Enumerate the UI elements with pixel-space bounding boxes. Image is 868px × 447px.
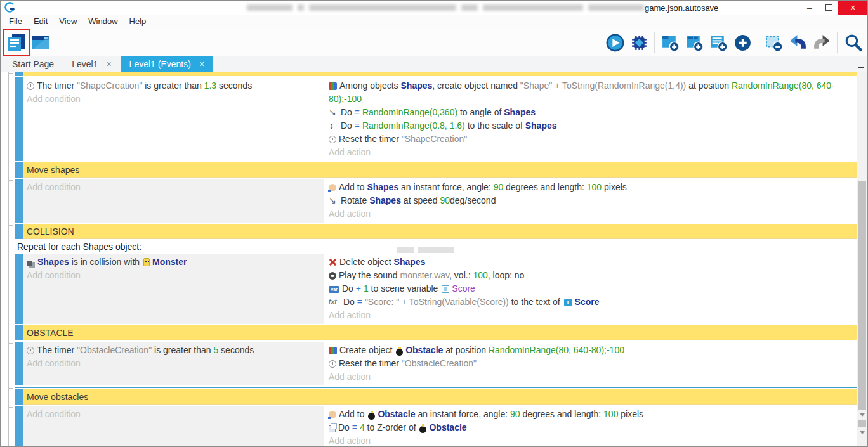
instruction-text: to the text of bbox=[509, 297, 563, 307]
add-subevent-button[interactable] bbox=[683, 31, 706, 54]
close-button[interactable]: × bbox=[838, 1, 867, 15]
add-condition-button[interactable]: Add condition bbox=[27, 181, 324, 194]
action-row[interactable]: Add to Obstacle an instant force, angle:… bbox=[329, 408, 851, 421]
scrollbar-box[interactable] bbox=[858, 420, 866, 427]
scroll-down-arrow-icon[interactable] bbox=[860, 413, 865, 417]
event-handle[interactable] bbox=[15, 224, 23, 239]
event-handle[interactable] bbox=[15, 72, 23, 76]
instruction-text: deg/second bbox=[450, 195, 496, 205]
condition-row[interactable]: Shapes is in collision with Monster bbox=[27, 256, 324, 269]
action-row[interactable]: Add to Shapes an instant force, angle: 9… bbox=[329, 181, 851, 194]
timer-icon bbox=[329, 136, 336, 143]
action-row[interactable]: Play the sound monster.wav, vol.: 100, l… bbox=[329, 269, 851, 282]
delete-event-button[interactable] bbox=[762, 31, 785, 54]
add-condition-button[interactable]: Add condition bbox=[27, 408, 324, 421]
force-icon bbox=[329, 184, 336, 191]
action-row[interactable]: Do = RandomInRange(0,360) to angle of Sh… bbox=[329, 106, 851, 119]
gutter-tick bbox=[8, 225, 13, 226]
blurred-title-text bbox=[461, 4, 478, 11]
comment-event[interactable]: Move shapes bbox=[15, 162, 857, 178]
standard-event[interactable]: Add conditionAdd to Obstacle an instant … bbox=[15, 406, 857, 446]
comment-body: OBSTACLE bbox=[23, 325, 857, 340]
tab-start-page[interactable]: Start Page bbox=[3, 56, 63, 72]
event-handle[interactable] bbox=[15, 325, 23, 340]
instruction-text: , loop: bbox=[488, 270, 515, 280]
scale-icon bbox=[329, 121, 338, 130]
maximize-icon bbox=[825, 4, 832, 11]
add-condition-button[interactable]: Add condition bbox=[27, 93, 324, 106]
standard-event[interactable]: The timer "ObstacleCreation" is greater … bbox=[15, 342, 857, 385]
menu-view[interactable]: View bbox=[53, 15, 82, 29]
gutter-tick bbox=[8, 73, 13, 74]
instruction-text: = bbox=[352, 422, 360, 432]
add-action-button[interactable]: Add action bbox=[329, 146, 851, 159]
add-action-button[interactable]: Add action bbox=[329, 434, 851, 446]
event-handle[interactable] bbox=[15, 254, 23, 324]
timer-icon bbox=[27, 82, 34, 90]
blurred-title-text bbox=[483, 4, 583, 11]
play-button[interactable] bbox=[603, 31, 626, 54]
action-row[interactable]: Do = 4 to Z-order of Obstacle bbox=[329, 421, 851, 434]
comment-event-partial[interactable] bbox=[15, 72, 857, 76]
open-events-editor-button[interactable] bbox=[5, 31, 28, 54]
tab-level1-events-[interactable]: Level1 (Events)× bbox=[121, 56, 213, 72]
action-row[interactable]: Reset the timer "ObstacleCreation" bbox=[329, 357, 851, 370]
undo-button[interactable] bbox=[786, 31, 809, 54]
menu-edit[interactable]: Edit bbox=[28, 15, 53, 29]
comment-body: COLLISION bbox=[23, 224, 857, 239]
toolbar-separator bbox=[654, 32, 655, 53]
comment-event[interactable]: Move obstacles bbox=[15, 389, 857, 405]
comment-event[interactable]: COLLISION bbox=[15, 224, 857, 239]
tab-level1[interactable]: Level1× bbox=[63, 56, 120, 72]
add-comment-button[interactable] bbox=[707, 31, 730, 54]
menu-file[interactable]: File bbox=[3, 15, 28, 29]
scrollbar-thumb[interactable] bbox=[858, 181, 866, 410]
add-action-button[interactable]: Add action bbox=[329, 370, 851, 384]
standard-event[interactable]: The timer "ShapeCreation" is greater tha… bbox=[15, 77, 857, 161]
monster-icon bbox=[143, 258, 150, 266]
add-action-button[interactable]: Add action bbox=[329, 207, 851, 221]
comment-text: COLLISION bbox=[27, 226, 74, 236]
maximize-button[interactable] bbox=[819, 1, 838, 15]
event-handle[interactable] bbox=[15, 77, 23, 161]
standard-event[interactable]: Add conditionAdd to Shapes an instant fo… bbox=[15, 179, 857, 223]
action-row[interactable]: Delete object Shapes bbox=[329, 256, 851, 269]
event-handle[interactable] bbox=[15, 406, 23, 446]
add-condition-button[interactable]: Add condition bbox=[27, 357, 324, 370]
action-row[interactable]: Among objects Shapes, create object name… bbox=[329, 79, 851, 106]
action-row[interactable]: Do = RandomInRange(0.8, 1.6) to the scal… bbox=[329, 119, 851, 133]
gutter-tick bbox=[8, 388, 13, 389]
gutter-tick bbox=[8, 391, 13, 391]
add-event-button[interactable] bbox=[659, 31, 681, 54]
action-row[interactable]: Do + 1 to scene variable Score bbox=[329, 282, 851, 295]
action-row[interactable]: Reset the timer "ShapeCreation" bbox=[329, 133, 851, 146]
scroll-down-arrow-icon[interactable] bbox=[860, 431, 865, 434]
tab-close-icon[interactable]: × bbox=[106, 60, 111, 68]
action-row[interactable]: Create object Obstacle at position Rando… bbox=[329, 344, 851, 357]
minimize-button[interactable]: – bbox=[800, 1, 819, 15]
action-row[interactable]: Do = "Score: " + ToString(Variable(Score… bbox=[329, 295, 851, 309]
action-row[interactable]: Rotate Shapes at speed 90deg/second bbox=[329, 194, 851, 207]
event-handle[interactable] bbox=[15, 342, 23, 385]
menu-window[interactable]: Window bbox=[82, 15, 123, 29]
events-editor: The timer "ShapeCreation" is greater tha… bbox=[1, 72, 867, 446]
redo-button[interactable] bbox=[810, 31, 833, 54]
event-handle[interactable] bbox=[15, 179, 23, 223]
event-handle[interactable] bbox=[15, 389, 23, 405]
instruction-text: The timer bbox=[37, 345, 77, 355]
instruction-text: = bbox=[355, 120, 362, 131]
add-instruction-button[interactable] bbox=[731, 31, 754, 54]
menu-help[interactable]: Help bbox=[124, 15, 152, 29]
event-handle[interactable] bbox=[15, 162, 23, 178]
debug-button[interactable] bbox=[628, 31, 650, 54]
add-action-button[interactable]: Add action bbox=[329, 309, 851, 322]
condition-row[interactable]: The timer "ObstacleCreation" is greater … bbox=[27, 344, 324, 357]
tab-close-icon[interactable]: × bbox=[199, 60, 204, 68]
add-condition-button[interactable]: Add condition bbox=[27, 269, 324, 282]
comment-event[interactable]: OBSTACLE bbox=[15, 325, 857, 340]
toolbar-separator bbox=[837, 32, 838, 53]
open-scene-editor-button[interactable] bbox=[29, 31, 52, 54]
search-button[interactable] bbox=[841, 31, 864, 54]
condition-row[interactable]: The timer "ShapeCreation" is greater tha… bbox=[27, 79, 324, 93]
vertical-scrollbar[interactable] bbox=[857, 72, 867, 446]
